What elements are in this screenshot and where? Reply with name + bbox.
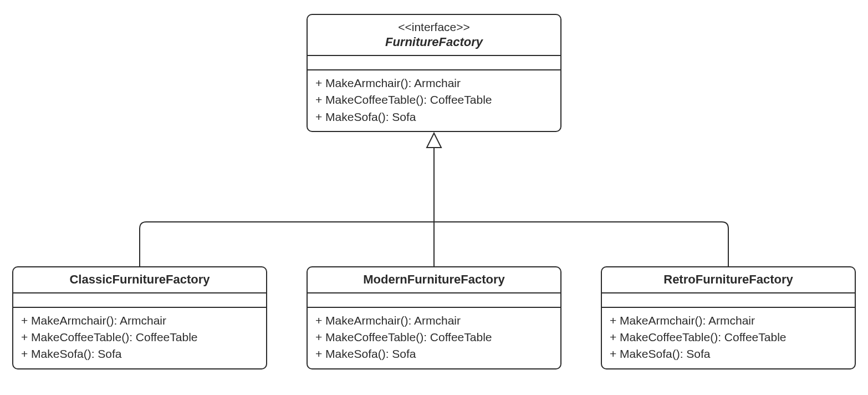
op-make-sofa: + MakeSofa(): Sofa: [21, 346, 258, 362]
interface-title: <<interface>> FurnitureFactory: [308, 15, 560, 56]
modern-name: ModernFurnitureFactory: [313, 272, 555, 288]
modern-title: ModernFurnitureFactory: [308, 267, 560, 293]
uml-diagram: <<interface>> FurnitureFactory + MakeArm…: [0, 0, 868, 395]
class-retrofurniturefactory: RetroFurnitureFactory + MakeArmchair(): …: [601, 266, 856, 369]
interface-attributes: [308, 56, 560, 70]
class-classicfurniturefactory: ClassicFurnitureFactory + MakeArmchair()…: [12, 266, 267, 369]
op-make-sofa: + MakeSofa(): Sofa: [315, 346, 553, 362]
retro-name: RetroFurnitureFactory: [607, 272, 849, 288]
class-modernfurniturefactory: ModernFurnitureFactory + MakeArmchair():…: [307, 266, 561, 369]
modern-operations: + MakeArmchair(): Armchair + MakeCoffeeT…: [308, 308, 560, 368]
op-make-coffeetable: + MakeCoffeeTable(): CoffeeTable: [315, 92, 553, 108]
interface-furniturefactory: <<interface>> FurnitureFactory + MakeArm…: [307, 14, 561, 132]
retro-title: RetroFurnitureFactory: [602, 267, 855, 293]
interface-name: FurnitureFactory: [313, 34, 555, 50]
classic-operations: + MakeArmchair(): Armchair + MakeCoffeeT…: [13, 308, 266, 368]
op-make-sofa: + MakeSofa(): Sofa: [315, 109, 553, 125]
op-make-armchair: + MakeArmchair(): Armchair: [315, 75, 553, 92]
modern-attributes: [308, 293, 560, 308]
retro-operations: + MakeArmchair(): Armchair + MakeCoffeeT…: [602, 308, 855, 368]
op-make-coffeetable: + MakeCoffeeTable(): CoffeeTable: [610, 329, 847, 346]
op-make-armchair: + MakeArmchair(): Armchair: [315, 312, 553, 329]
classic-title: ClassicFurnitureFactory: [13, 267, 266, 293]
generalization-arrowhead: [427, 133, 441, 148]
op-make-sofa: + MakeSofa(): Sofa: [610, 346, 847, 362]
op-make-coffeetable: + MakeCoffeeTable(): CoffeeTable: [315, 329, 553, 346]
classic-attributes: [13, 293, 266, 308]
interface-stereotype: <<interface>>: [313, 19, 555, 34]
op-make-armchair: + MakeArmchair(): Armchair: [610, 312, 847, 329]
retro-attributes: [602, 293, 855, 308]
interface-operations: + MakeArmchair(): Armchair + MakeCoffeeT…: [308, 70, 560, 131]
generalization-bus: [140, 222, 728, 266]
op-make-armchair: + MakeArmchair(): Armchair: [21, 312, 258, 329]
classic-name: ClassicFurnitureFactory: [19, 272, 261, 288]
op-make-coffeetable: + MakeCoffeeTable(): CoffeeTable: [21, 329, 258, 346]
